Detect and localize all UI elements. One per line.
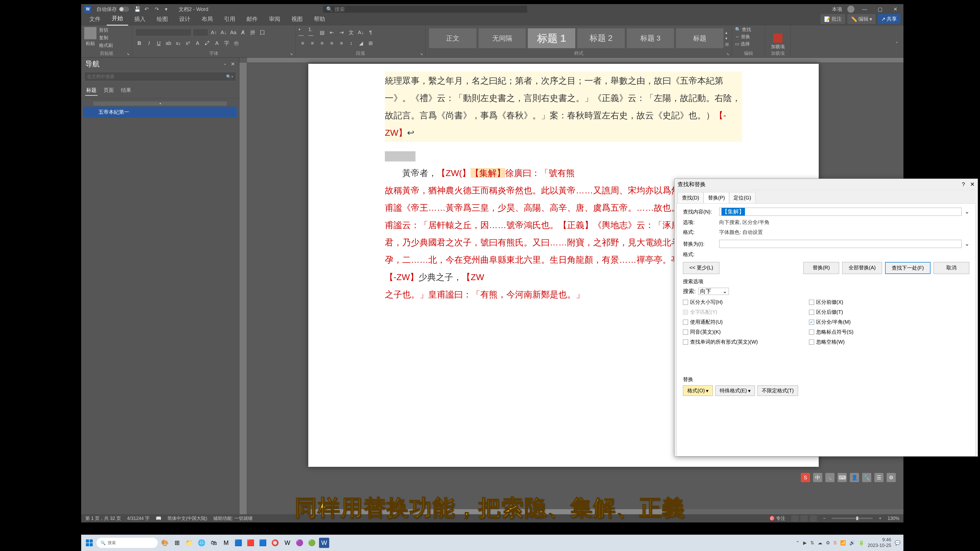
font-launcher[interactable]: ⬊ bbox=[290, 52, 294, 56]
checkbox-left-3[interactable]: 同音(英文)(K) bbox=[683, 329, 758, 335]
word-count[interactable]: 4/31244 字 bbox=[127, 515, 150, 521]
replace-all-button[interactable]: 全部替换(A) bbox=[842, 262, 882, 274]
nav-tab-pages[interactable]: 页面 bbox=[103, 85, 115, 96]
tab-layout[interactable]: 布局 bbox=[197, 13, 218, 25]
redo-icon[interactable]: ↷ bbox=[155, 6, 161, 12]
minimize-button[interactable]: — bbox=[859, 5, 870, 13]
ribbon-collapse[interactable]: ⌄ bbox=[791, 25, 904, 57]
dialog-tab-goto[interactable]: 定位(G) bbox=[729, 192, 756, 203]
taskbar-app3-icon[interactable]: 🟦 bbox=[258, 538, 268, 548]
find-button[interactable]: 🔍 查找 bbox=[735, 27, 762, 33]
zoom-in-button[interactable]: + bbox=[879, 516, 881, 521]
qat-more-icon[interactable]: ▾ bbox=[165, 6, 171, 12]
style-heading2[interactable]: 标题 2 bbox=[577, 28, 625, 48]
phonetic-icon[interactable]: 拼 bbox=[248, 28, 257, 37]
replace-one-button[interactable]: 替换(R) bbox=[803, 262, 839, 274]
tray-sync-icon[interactable]: ⇅ bbox=[810, 540, 814, 546]
change-case-icon[interactable]: Aa bbox=[229, 28, 237, 37]
nav-tab-results[interactable]: 结果 bbox=[120, 85, 132, 96]
search-icon[interactable]: 🔍▾ bbox=[226, 74, 233, 79]
enclose-char-icon[interactable]: ㊕ bbox=[232, 39, 240, 47]
char-border-icon[interactable]: 囗 bbox=[258, 28, 266, 37]
ime-tool-icon[interactable]: 🔧 bbox=[862, 473, 871, 482]
web-layout-icon[interactable] bbox=[810, 515, 817, 521]
taskbar-taskview-icon[interactable]: ⊞ bbox=[172, 538, 182, 548]
search-direction-select[interactable]: 向下⌄ bbox=[698, 288, 729, 295]
nav-search-input[interactable]: 🔍▾ bbox=[84, 72, 236, 81]
search-box[interactable]: 🔍 搜索 bbox=[323, 6, 527, 13]
text-effects-icon[interactable]: A bbox=[193, 39, 202, 47]
share-button[interactable]: ↗共享 bbox=[878, 14, 900, 24]
taskbar-copilot-icon[interactable]: 🎨 bbox=[160, 538, 170, 548]
zoom-slider[interactable] bbox=[832, 518, 873, 519]
clipboard-launcher[interactable]: ⬊ bbox=[127, 52, 130, 56]
page-indicator[interactable]: 第 1 页，共 32 页 bbox=[85, 515, 121, 521]
save-icon[interactable]: 💾 bbox=[134, 6, 140, 12]
read-mode-icon[interactable] bbox=[791, 515, 799, 521]
replace-dropdown-icon[interactable]: ⌄ bbox=[965, 241, 969, 247]
dialog-tab-replace[interactable]: 替换(P) bbox=[703, 192, 729, 203]
tab-file[interactable]: 文件 bbox=[84, 13, 106, 25]
font-name-input[interactable] bbox=[135, 29, 191, 36]
distributed-icon[interactable]: ≡ bbox=[337, 39, 345, 47]
find-dropdown-icon[interactable]: ⌄ bbox=[965, 208, 969, 215]
multilevel-icon[interactable]: ▤ bbox=[318, 28, 326, 37]
styles-expand[interactable]: ⊟ bbox=[725, 42, 729, 47]
checkbox-right-0[interactable]: 区分前缀(X) bbox=[809, 299, 854, 306]
sogou-ime-icon[interactable]: S bbox=[801, 473, 810, 482]
shrink-font-icon[interactable]: A↓ bbox=[220, 28, 228, 37]
justify-icon[interactable]: ≡ bbox=[328, 39, 336, 47]
cancel-button[interactable]: 取消 bbox=[934, 262, 969, 274]
taskbar-mail-icon[interactable]: M bbox=[221, 538, 231, 548]
tray-wifi-icon[interactable]: 📶 bbox=[840, 540, 846, 546]
edit-mode-button[interactable]: ✏️编辑▾ bbox=[847, 14, 876, 24]
shading-icon[interactable]: ◢ bbox=[357, 39, 365, 47]
addins-icon[interactable] bbox=[773, 33, 783, 43]
borders-icon[interactable]: ⊞ bbox=[366, 39, 375, 47]
paste-button[interactable]: 粘贴 bbox=[84, 27, 97, 48]
tray-battery-icon[interactable]: 🔋 bbox=[859, 540, 864, 546]
increase-indent-icon[interactable]: ⇥ bbox=[337, 28, 345, 37]
less-button[interactable]: << 更少(L) bbox=[683, 262, 719, 274]
taskbar-app1-icon[interactable]: 🟦 bbox=[233, 538, 243, 548]
horizontal-ruler[interactable] bbox=[247, 58, 904, 63]
numbering-icon[interactable]: 1.— bbox=[308, 28, 317, 37]
zoom-level[interactable]: 130% bbox=[888, 516, 899, 521]
checkbox-left-0[interactable]: 区分大小写(H) bbox=[683, 299, 758, 306]
tab-review[interactable]: 审阅 bbox=[264, 13, 285, 25]
special-format-button[interactable]: 特殊格式(E) ▾ bbox=[715, 386, 755, 396]
grow-font-icon[interactable]: A↑ bbox=[210, 28, 218, 37]
maximize-button[interactable]: ▢ bbox=[875, 5, 885, 13]
vertical-ruler[interactable] bbox=[239, 63, 247, 514]
nav-dropdown-icon[interactable]: ⌄ bbox=[223, 61, 227, 67]
tab-design[interactable]: 设计 bbox=[174, 13, 196, 25]
copy-button[interactable]: 复制 bbox=[99, 35, 113, 41]
bold-button[interactable]: B bbox=[135, 39, 143, 47]
decrease-indent-icon[interactable]: ⇤ bbox=[328, 28, 336, 37]
asian-layout-icon[interactable]: 文 bbox=[347, 28, 355, 37]
tray-settings-icon[interactable]: ⚙ bbox=[826, 540, 830, 546]
focus-mode[interactable]: 🎯 专注 bbox=[769, 515, 785, 521]
no-format-button[interactable]: 不限定格式(T) bbox=[757, 386, 798, 396]
taskbar-store-icon[interactable]: 🛍 bbox=[209, 538, 219, 548]
checkbox-left-2[interactable]: 使用通配符(U) bbox=[683, 319, 758, 326]
nav-heading-item[interactable]: 五帝本紀第一 bbox=[83, 106, 237, 118]
strikethrough-button[interactable]: ab bbox=[164, 39, 172, 47]
subscript-button[interactable]: x₂ bbox=[174, 39, 182, 47]
spell-check-icon[interactable]: 📖 bbox=[156, 516, 161, 521]
toggle-switch[interactable] bbox=[119, 6, 129, 12]
ime-punct-icon[interactable]: ·, bbox=[825, 473, 835, 482]
style-heading1[interactable]: 标题 1 bbox=[528, 28, 576, 48]
close-button[interactable]: ✕ bbox=[890, 5, 900, 13]
font-size-input[interactable] bbox=[193, 29, 208, 36]
style-normal[interactable]: 正文 bbox=[429, 28, 477, 48]
taskbar-clock[interactable]: 9:46 2023-10-25 bbox=[868, 537, 891, 548]
paragraph-launcher[interactable]: ⬊ bbox=[420, 52, 424, 56]
find-input[interactable]: 【集解】 bbox=[719, 208, 962, 216]
font-color-icon[interactable]: A bbox=[213, 39, 221, 47]
nav-collapse-toggle[interactable]: ▴ bbox=[94, 102, 227, 106]
tab-help[interactable]: 帮助 bbox=[309, 13, 330, 25]
tray-app-icon[interactable]: ▶ bbox=[803, 540, 807, 546]
style-title[interactable]: 标题 bbox=[676, 28, 724, 48]
autosave-toggle[interactable]: 自动保存 bbox=[97, 6, 129, 13]
